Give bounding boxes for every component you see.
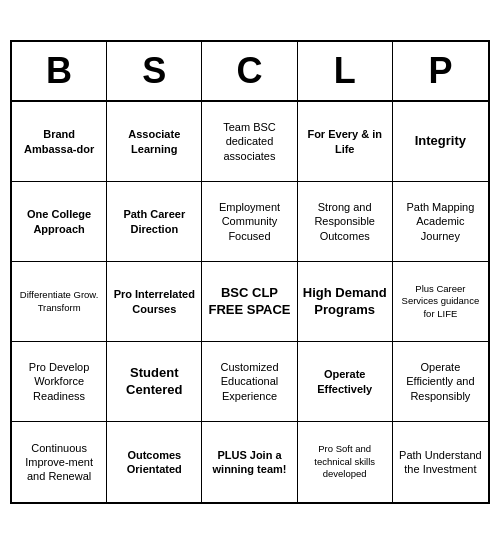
cell-r5c3: PLUS Join a winning team! bbox=[202, 422, 297, 502]
cell-r1c1: Brand Ambassa-dor bbox=[12, 102, 107, 182]
cell-r4c2: Student Centered bbox=[107, 342, 202, 422]
cell-r3c1: Differentiate Grow. Transform bbox=[12, 262, 107, 342]
cell-r1c5: Integrity bbox=[393, 102, 488, 182]
cell-r2c5: Path Mapping Academic Journey bbox=[393, 182, 488, 262]
cell-r4c4: Operate Effectively bbox=[298, 342, 393, 422]
cell-r1c3: Team BSC dedicated associates bbox=[202, 102, 297, 182]
cell-r2c4: Strong and Responsible Outcomes bbox=[298, 182, 393, 262]
header-b: B bbox=[12, 42, 107, 100]
bingo-header: B S C L P bbox=[12, 42, 488, 102]
header-c: C bbox=[202, 42, 297, 100]
cell-r2c2: Path Career Direction bbox=[107, 182, 202, 262]
bingo-card: B S C L P Brand Ambassa-dor Associate Le… bbox=[10, 40, 490, 504]
cell-r1c2: Associate Learning bbox=[107, 102, 202, 182]
bingo-grid: Brand Ambassa-dor Associate Learning Tea… bbox=[12, 102, 488, 502]
cell-r2c3: Employment Community Focused bbox=[202, 182, 297, 262]
cell-r4c1: Pro Develop Workforce Readiness bbox=[12, 342, 107, 422]
cell-r1c4: For Every & in Life bbox=[298, 102, 393, 182]
cell-r5c4: Pro Soft and technical skills developed bbox=[298, 422, 393, 502]
cell-r5c5: Path Understand the Investment bbox=[393, 422, 488, 502]
header-p: P bbox=[393, 42, 488, 100]
header-l: L bbox=[298, 42, 393, 100]
header-s: S bbox=[107, 42, 202, 100]
cell-r4c5: Operate Efficiently and Responsibly bbox=[393, 342, 488, 422]
cell-r2c1: One College Approach bbox=[12, 182, 107, 262]
cell-r5c2: Outcomes Orientated bbox=[107, 422, 202, 502]
cell-r4c3: Customized Educational Experience bbox=[202, 342, 297, 422]
cell-r5c1: Continuous Improve-ment and Renewal bbox=[12, 422, 107, 502]
cell-r3c2: Pro Interrelated Courses bbox=[107, 262, 202, 342]
cell-r3c5: Plus Career Services guidance for LIFE bbox=[393, 262, 488, 342]
cell-r3c4: High Demand Programs bbox=[298, 262, 393, 342]
cell-r3c3-free: BSC CLP FREE SPACE bbox=[202, 262, 297, 342]
